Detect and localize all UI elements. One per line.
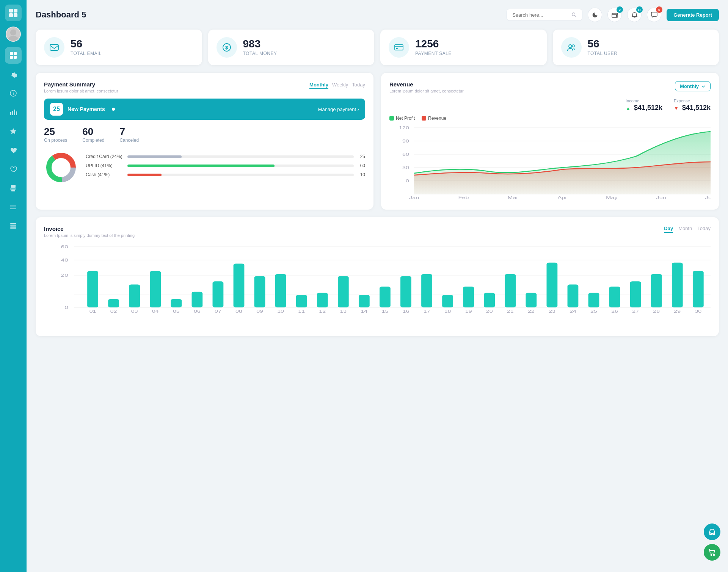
bar-x-label: 18 (444, 309, 451, 313)
sidebar-item-menu[interactable] (5, 199, 22, 215)
bar-item[interactable] (296, 295, 307, 307)
svg-rect-20 (10, 205, 16, 205)
stat-card-money: $ 983 TOTAL MONEY (208, 30, 375, 65)
bar-item[interactable] (380, 287, 391, 307)
bar-item[interactable] (484, 293, 495, 308)
bar-item[interactable] (630, 281, 641, 307)
bar-item[interactable] (526, 293, 537, 308)
bar-item[interactable] (400, 276, 411, 308)
sidebar-item-star[interactable] (5, 123, 22, 139)
payment-icon-container (389, 37, 409, 58)
bar-x-label: 27 (632, 309, 639, 313)
tab-weekly[interactable]: Weekly (332, 81, 348, 89)
bar-x-label: 20 (486, 309, 493, 313)
cart-float-btn[interactable] (704, 544, 720, 561)
stat-info-money: 983 TOTAL MONEY (243, 39, 277, 56)
income-label: Income (626, 99, 662, 103)
svg-rect-19 (11, 190, 15, 191)
invoice-tab-today[interactable]: Today (697, 226, 711, 233)
bell-icon (631, 12, 638, 18)
bar-item[interactable] (254, 276, 265, 308)
new-payments-label: New Payments (67, 106, 105, 112)
support-float-btn[interactable] (704, 523, 720, 540)
bar-item[interactable] (317, 293, 328, 308)
bar-item[interactable] (651, 274, 662, 307)
sidebar-item-heart[interactable] (5, 161, 22, 177)
chat-btn[interactable]: 5 (647, 8, 661, 22)
stat-number-money: 983 (243, 39, 277, 49)
floating-buttons (704, 523, 720, 561)
bar-item[interactable] (568, 285, 579, 308)
chat-icon (651, 12, 657, 18)
bar-item[interactable] (129, 285, 140, 308)
bar-item[interactable] (171, 299, 182, 307)
bar-item[interactable] (213, 281, 224, 307)
sidebar-item-info[interactable]: i (5, 85, 22, 102)
bar-item[interactable] (150, 271, 161, 307)
svg-rect-30 (651, 12, 657, 16)
user-icon (566, 42, 576, 52)
bar-x-label: 28 (653, 309, 660, 313)
wallet-btn[interactable]: 2 (607, 8, 622, 22)
bar-item[interactable] (463, 287, 474, 307)
bar-item[interactable] (338, 276, 349, 308)
bar-item[interactable] (672, 263, 683, 307)
bar-item[interactable] (588, 293, 599, 308)
bar-item[interactable] (609, 287, 620, 307)
payment-stats-row: 25 On process 60 Completed 7 Canceled (44, 126, 365, 143)
bar-x-label: 26 (611, 309, 618, 313)
header: Dashboard 5 2 12 5 Generate Report (36, 8, 719, 22)
bar-item[interactable] (359, 295, 370, 307)
completed-label: Completed (82, 138, 104, 143)
revenue-chart: 120 90 60 30 0 (389, 124, 711, 201)
invoice-card: Invoice Lorem Ipsum is simply dummy text… (36, 217, 719, 336)
svg-rect-12 (10, 112, 11, 115)
sidebar-item-list[interactable] (5, 218, 22, 234)
sidebar-item-heart-filled[interactable] (5, 142, 22, 158)
invoice-tab-day[interactable]: Day (664, 226, 673, 233)
invoice-tab-month[interactable]: Month (678, 226, 692, 233)
revenue-title: Revenue (389, 81, 464, 88)
manage-payment-link[interactable]: Manage payment › (318, 107, 359, 112)
bar-x-label: 09 (256, 309, 263, 313)
bar-item[interactable] (234, 264, 245, 308)
generate-report-button[interactable]: Generate Report (667, 9, 719, 21)
tab-today[interactable]: Today (352, 81, 365, 89)
bar-item[interactable] (421, 274, 432, 307)
donut-chart (44, 150, 78, 185)
svg-rect-25 (10, 227, 16, 229)
svg-text:60: 60 (402, 152, 409, 157)
search-icon (571, 12, 577, 18)
search-input[interactable] (512, 12, 568, 18)
payment-summary-card: Payment Summary Lorem ipsum dolor sit am… (36, 73, 373, 210)
pay-bar-cash: Cash (41%) 10 (86, 172, 365, 177)
svg-point-69 (710, 529, 714, 534)
dark-mode-btn[interactable] (588, 8, 602, 22)
bar-item[interactable] (547, 263, 558, 307)
revenue-subtitle: Lorem ipsum dolor sit amet, consectetur (389, 89, 464, 93)
avatar[interactable] (6, 27, 21, 42)
sidebar-logo[interactable] (5, 5, 22, 21)
bar-x-label: 17 (424, 309, 430, 313)
bar-item[interactable] (191, 292, 202, 307)
bar-item[interactable] (693, 271, 704, 307)
svg-rect-6 (10, 52, 13, 55)
tab-monthly[interactable]: Monthly (309, 81, 328, 89)
bar-x-label: 02 (110, 309, 117, 313)
payment-summary-title-group: Payment Summary Lorem ipsum dolor sit am… (44, 81, 118, 93)
bell-btn[interactable]: 12 (627, 8, 642, 22)
revenue-period-dropdown[interactable]: Monthly (675, 81, 711, 91)
bar-item[interactable] (87, 271, 98, 307)
sidebar-item-print[interactable] (5, 180, 22, 196)
svg-rect-14 (14, 110, 15, 115)
sidebar-item-dashboard[interactable] (5, 47, 22, 64)
bar-x-label: 11 (298, 309, 305, 313)
bar-item[interactable] (442, 295, 453, 307)
sidebar-item-settings[interactable] (5, 66, 22, 83)
bar-item[interactable] (108, 299, 119, 307)
svg-text:0: 0 (64, 305, 68, 310)
bar-item[interactable] (275, 274, 286, 307)
bar-x-label: 23 (549, 309, 555, 313)
bar-item[interactable] (505, 274, 516, 307)
sidebar-item-chart[interactable] (5, 104, 22, 121)
